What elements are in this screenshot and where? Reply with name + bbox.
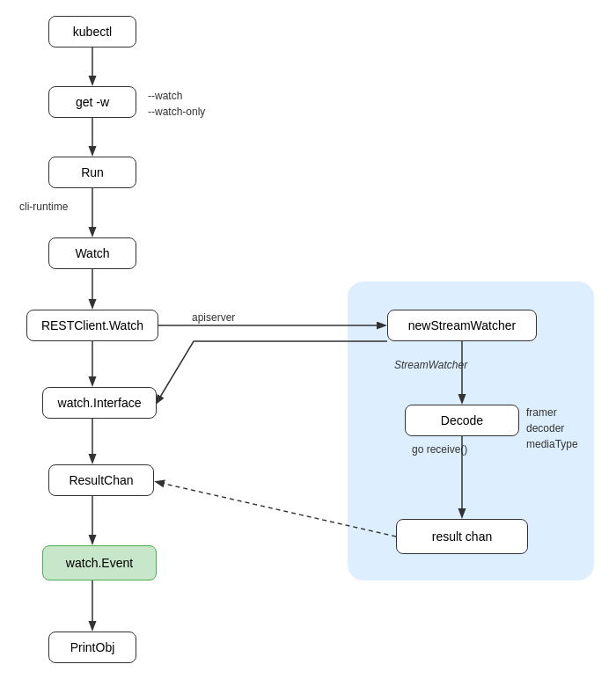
diagram: kubectl get -w --watch--watch-only Run c…	[0, 0, 616, 679]
cli-runtime-label: cli-runtime	[19, 201, 68, 213]
result-chan-inner-node: result chan	[396, 519, 528, 554]
result-chan-node: ResultChan	[48, 464, 154, 496]
watch-node: Watch	[48, 237, 136, 269]
decode-node: Decode	[405, 405, 519, 436]
new-stream-watcher-node: newStreamWatcher	[387, 310, 537, 341]
apiserver-label: apiserver	[192, 311, 235, 324]
go-receive-label: go receive()	[412, 443, 467, 456]
watch-flags-label: --watch--watch-only	[148, 88, 205, 120]
kubectl-node: kubectl	[48, 16, 136, 47]
run-node: Run	[48, 157, 136, 188]
get-w-node: get -w	[48, 86, 136, 118]
restclient-watch-node: RESTClient.Watch	[26, 310, 158, 341]
watch-interface-node: watch.Interface	[42, 387, 157, 419]
printobj-node: PrintObj	[48, 632, 136, 663]
stream-watcher-label: StreamWatcher	[394, 359, 467, 371]
framer-label: framerdecodermediaType	[526, 405, 578, 452]
watch-event-node: watch.Event	[42, 545, 157, 580]
